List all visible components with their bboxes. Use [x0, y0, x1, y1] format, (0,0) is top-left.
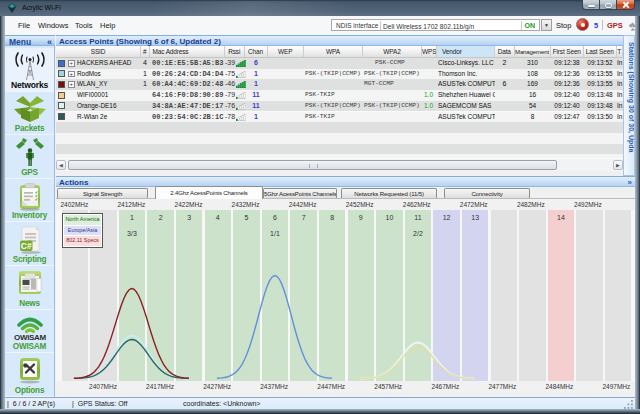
svg-text:OWiSAM: OWiSAM	[14, 333, 47, 342]
svg-text:C#: C#	[20, 241, 31, 251]
